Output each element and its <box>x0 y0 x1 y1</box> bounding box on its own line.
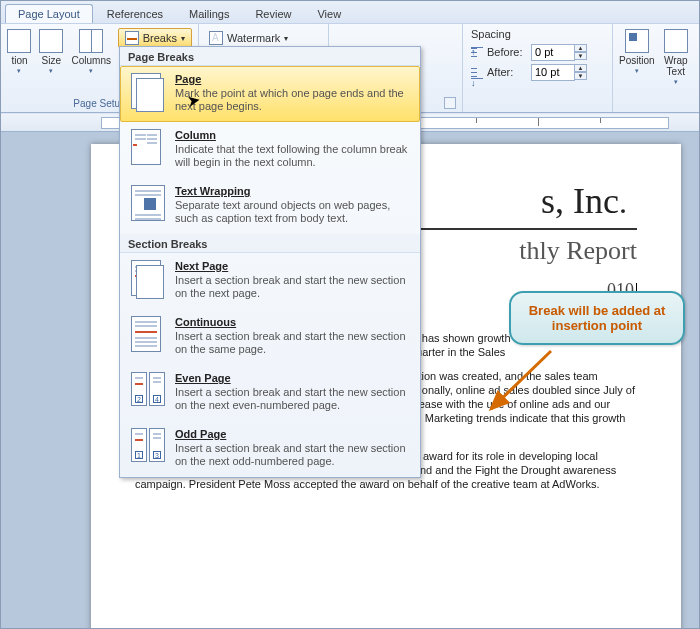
option-desc: Separate text around objects on web page… <box>175 199 409 225</box>
option-desc: Insert a section break and start the new… <box>175 330 409 356</box>
even-page-icon: 2 <box>131 372 147 406</box>
dropdown-section-section-breaks: Section Breaks <box>120 234 420 253</box>
breaks-label: Breaks <box>143 32 177 44</box>
even-page-icon: 4 <box>149 372 165 406</box>
chevron-down-icon: ▾ <box>674 79 678 85</box>
ribbon-tabs: Page Layout References Mailings Review V… <box>1 1 699 23</box>
spin-down-icon[interactable]: ▼ <box>575 72 587 80</box>
chevron-down-icon: ▾ <box>181 34 185 43</box>
option-title: Column <box>175 129 409 141</box>
chevron-down-icon: ▾ <box>89 68 93 74</box>
spacing-before-label: Before: <box>487 46 527 58</box>
dropdown-section-page-breaks: Page Breaks <box>120 47 420 66</box>
chevron-down-icon: ▾ <box>284 34 288 43</box>
columns-label: Columns <box>72 55 111 66</box>
chevron-down-icon: ▾ <box>49 68 53 74</box>
breaks-dropdown: Page Breaks Page Mark the point at which… <box>119 46 421 478</box>
option-desc: Insert a section break and start the new… <box>175 274 409 300</box>
option-title: Odd Page <box>175 428 409 440</box>
svg-line-0 <box>491 351 551 409</box>
spacing-after-icon: ↓ <box>469 65 483 79</box>
column-break-icon <box>131 129 161 165</box>
dialog-launcher-icon[interactable] <box>444 97 456 109</box>
break-option-odd-page[interactable]: 1 3 Odd Page Insert a section break and … <box>120 421 420 477</box>
option-title: Continuous <box>175 316 409 328</box>
break-option-continuous[interactable]: Continuous Insert a section break and st… <box>120 309 420 365</box>
chevron-down-icon: ▾ <box>17 68 21 74</box>
orientation-button[interactable]: tion ▾ <box>7 26 32 74</box>
wrap-text-label: Wrap Text <box>661 55 691 77</box>
tab-view[interactable]: View <box>305 5 353 23</box>
spacing-after-input[interactable]: ▲▼ <box>531 64 587 81</box>
wrap-text-icon <box>664 29 688 53</box>
watermark-label: Watermark <box>227 32 280 44</box>
spin-up-icon[interactable]: ▲ <box>575 44 587 52</box>
group-label-arrange <box>619 96 691 112</box>
spacing-after-label: After: <box>487 66 527 78</box>
wrap-text-button[interactable]: Wrap Text ▾ <box>661 26 691 85</box>
option-title: Page <box>175 73 409 85</box>
break-option-text-wrapping[interactable]: Text Wrapping Separate text around objec… <box>120 178 420 234</box>
tab-page-layout[interactable]: Page Layout <box>5 4 93 23</box>
annotation-arrow-icon <box>481 351 561 433</box>
spin-down-icon[interactable]: ▼ <box>575 52 587 60</box>
size-label: Size <box>42 55 61 66</box>
breaks-icon <box>125 31 139 45</box>
watermark-icon <box>209 31 223 45</box>
option-desc: Indicate that the text following the col… <box>175 143 409 169</box>
option-title: Text Wrapping <box>175 185 409 197</box>
continuous-icon <box>131 316 161 352</box>
spacing-before-input[interactable]: ▲▼ <box>531 44 587 61</box>
columns-icon <box>79 29 103 53</box>
option-desc: Mark the point at which one page ends an… <box>175 87 409 113</box>
page-break-icon <box>131 73 161 109</box>
break-option-column[interactable]: Column Indicate that the text following … <box>120 122 420 178</box>
option-title: Even Page <box>175 372 409 384</box>
next-page-icon <box>131 260 161 296</box>
text-wrapping-icon <box>131 185 165 221</box>
orientation-label: tion <box>11 55 27 66</box>
size-icon <box>39 29 63 53</box>
annotation-callout: Break will be added at insertion point <box>509 291 685 345</box>
break-option-next-page[interactable]: Next Page Insert a section break and sta… <box>120 253 420 309</box>
orientation-icon <box>7 29 31 53</box>
position-label: Position <box>619 55 655 66</box>
tab-review[interactable]: Review <box>243 5 303 23</box>
breaks-button[interactable]: Breaks ▾ <box>118 28 192 48</box>
chevron-down-icon: ▾ <box>635 68 639 74</box>
spacing-before-icon: ↑ <box>469 45 483 59</box>
tab-mailings[interactable]: Mailings <box>177 5 241 23</box>
odd-page-icon: 1 <box>131 428 147 462</box>
spacing-header: Spacing <box>469 26 606 42</box>
spin-up-icon[interactable]: ▲ <box>575 64 587 72</box>
break-option-page[interactable]: Page Mark the point at which one page en… <box>120 66 420 122</box>
break-option-even-page[interactable]: 2 4 Even Page Insert a section break and… <box>120 365 420 421</box>
odd-page-icon: 3 <box>149 428 165 462</box>
option-desc: Insert a section break and start the new… <box>175 442 409 468</box>
option-title: Next Page <box>175 260 409 272</box>
position-button[interactable]: Position ▾ <box>619 26 655 74</box>
columns-button[interactable]: Columns ▾ <box>71 26 112 74</box>
watermark-button[interactable]: Watermark ▾ <box>205 28 292 48</box>
position-icon <box>625 29 649 53</box>
tab-references[interactable]: References <box>95 5 175 23</box>
option-desc: Insert a section break and start the new… <box>175 386 409 412</box>
size-button[interactable]: Size ▾ <box>38 26 65 74</box>
